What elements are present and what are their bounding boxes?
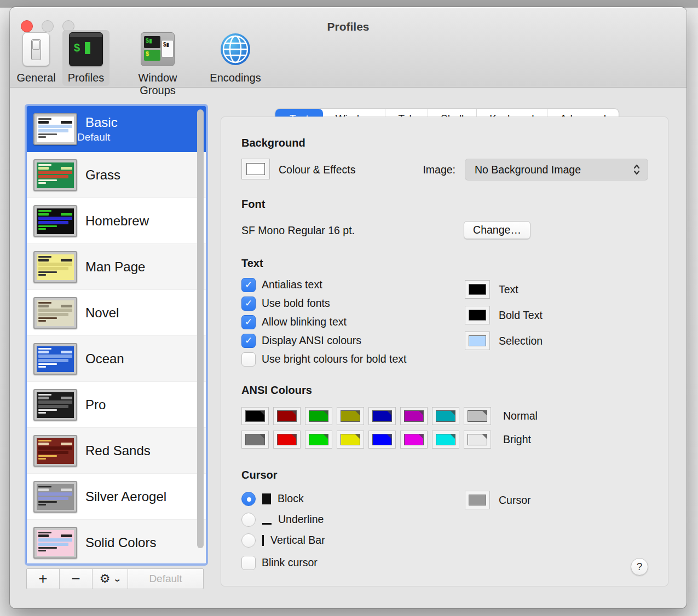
radio-button[interactable] xyxy=(241,492,256,506)
profile-name: Silver Aerogel xyxy=(85,489,166,504)
toolbar-item-window-groups[interactable]: $▮$▮$ Window Groups xyxy=(125,32,191,97)
thumbnail-screen xyxy=(37,438,74,464)
thumb-line xyxy=(38,118,51,120)
profile-row-basic[interactable]: BasicDefault xyxy=(27,106,206,152)
ansi-swatch[interactable] xyxy=(432,407,459,425)
ansi-swatch[interactable] xyxy=(368,407,396,425)
profile-row-man-page[interactable]: Man Page xyxy=(27,244,206,290)
change-font-button[interactable]: Change… xyxy=(464,221,530,239)
profile-labels: BasicDefault xyxy=(77,115,118,143)
toolbar-item-encodings[interactable]: Encodings xyxy=(203,32,268,84)
ansi-swatch[interactable] xyxy=(432,431,459,449)
bar-cursor-icon xyxy=(262,535,264,546)
profile-name: Novel xyxy=(85,305,119,321)
profile-row-homebrew[interactable]: Homebrew xyxy=(27,198,206,244)
thumbnail-chip-row xyxy=(38,121,72,124)
radio-button[interactable] xyxy=(241,513,256,527)
profile-thumbnail xyxy=(33,389,77,421)
thumb-line xyxy=(38,400,72,404)
thumb-line xyxy=(61,534,72,537)
profile-labels: Man Page xyxy=(77,259,145,275)
profile-row-red-sands[interactable]: Red Sands xyxy=(27,428,206,474)
checkbox[interactable]: ✓ xyxy=(241,334,256,348)
thumbnail-chip-row xyxy=(38,534,72,537)
profile-row-pro[interactable]: Pro xyxy=(27,382,206,428)
checkbox[interactable]: ✓ xyxy=(241,297,256,311)
colour-effects-label: Colour & Effects xyxy=(279,164,356,176)
thumbnail-screen xyxy=(37,300,74,326)
thumb-line xyxy=(38,366,46,368)
ansi-swatch[interactable] xyxy=(400,431,428,449)
profile-row-silver-aerogel[interactable]: Silver Aerogel xyxy=(27,474,206,520)
ansi-swatch[interactable] xyxy=(400,407,428,425)
checkbox[interactable]: ✓ xyxy=(241,278,256,292)
toolbar-item-profiles[interactable]: $ Profiles xyxy=(53,32,119,84)
thumb-line xyxy=(38,263,72,266)
ansi-swatch[interactable] xyxy=(464,407,491,425)
checkbox[interactable] xyxy=(241,556,256,570)
ansi-swatch-colour xyxy=(341,434,360,445)
ansi-swatch-colour xyxy=(309,434,328,445)
ansi-swatch-colour xyxy=(468,434,487,445)
ansi-row-label: Bright xyxy=(503,433,531,446)
thumbnail-screen xyxy=(37,392,74,418)
checkbox-row-use-bold-fonts: ✓Use bold fonts xyxy=(241,296,406,311)
ansi-swatch[interactable] xyxy=(273,407,301,425)
text-settings-panel: Background Colour & Effects Image: No Ba… xyxy=(221,117,668,586)
background-heading: Background xyxy=(241,137,305,149)
profile-list-actions: + − ⚙ ⌄ Default xyxy=(26,568,204,589)
ansi-swatch[interactable] xyxy=(337,407,364,425)
thumbnail-chip-row xyxy=(38,397,72,399)
thumb-line xyxy=(38,348,51,350)
list-scrollbar[interactable] xyxy=(197,109,204,548)
thumb-line xyxy=(38,129,68,132)
thumbnail-screen xyxy=(37,162,74,188)
ansi-swatch-colour xyxy=(245,410,265,422)
cursor-colour-well[interactable] xyxy=(465,491,490,509)
thumbnail-screen xyxy=(37,254,74,280)
text-colour-well[interactable] xyxy=(465,280,490,299)
bold-text-colour-well[interactable] xyxy=(465,306,490,324)
radio-button[interactable] xyxy=(241,533,256,548)
profile-labels: Pro xyxy=(77,397,106,412)
thumb-line xyxy=(38,489,49,491)
profile-action-menu-button[interactable]: ⚙ ⌄ xyxy=(93,569,128,589)
thumb-line xyxy=(38,458,46,460)
default-button[interactable]: Default xyxy=(128,569,203,589)
profile-row-novel[interactable]: Novel xyxy=(27,290,206,336)
ansi-swatch[interactable] xyxy=(464,431,491,449)
ansi-swatch-colour xyxy=(341,410,360,422)
ansi-swatch[interactable] xyxy=(305,431,332,449)
thumbnail-chip-row xyxy=(38,259,72,261)
ansi-swatch[interactable] xyxy=(368,431,396,449)
background-colour-well[interactable] xyxy=(241,159,270,179)
profile-row-ocean[interactable]: Ocean xyxy=(27,336,206,382)
thumb-line xyxy=(38,317,57,319)
gear-icon: ⚙ xyxy=(100,572,111,586)
ansi-swatch[interactable] xyxy=(241,431,269,449)
thumb-line xyxy=(38,125,72,128)
font-heading: Font xyxy=(241,198,265,211)
remove-profile-button[interactable]: − xyxy=(60,569,93,589)
help-button[interactable]: ? xyxy=(631,558,648,576)
ansi-swatch[interactable] xyxy=(241,407,269,425)
ansi-swatch[interactable] xyxy=(305,407,332,425)
dropdown-value: No Background Image xyxy=(475,164,633,176)
thumb-line xyxy=(38,259,49,261)
ansi-swatch[interactable] xyxy=(273,431,301,449)
checkbox[interactable] xyxy=(241,352,256,367)
add-profile-button[interactable]: + xyxy=(27,569,60,589)
profile-row-grass[interactable]: Grass xyxy=(27,152,206,198)
thumb-line xyxy=(38,267,68,270)
checkbox-label: Use bold fonts xyxy=(262,297,330,310)
checkbox[interactable]: ✓ xyxy=(241,315,256,329)
profile-row-solid-colors[interactable]: Solid Colors xyxy=(27,520,206,564)
thumbnail-chip-row xyxy=(38,167,72,170)
thumbnail-chip-row xyxy=(38,213,72,216)
thumb-line xyxy=(38,271,57,273)
background-image-dropdown[interactable]: No Background Image xyxy=(465,159,648,181)
ansi-swatch[interactable] xyxy=(337,431,364,449)
profile-labels: Silver Aerogel xyxy=(77,489,166,504)
thumb-line xyxy=(38,501,57,503)
selection-colour-well[interactable] xyxy=(465,332,490,350)
